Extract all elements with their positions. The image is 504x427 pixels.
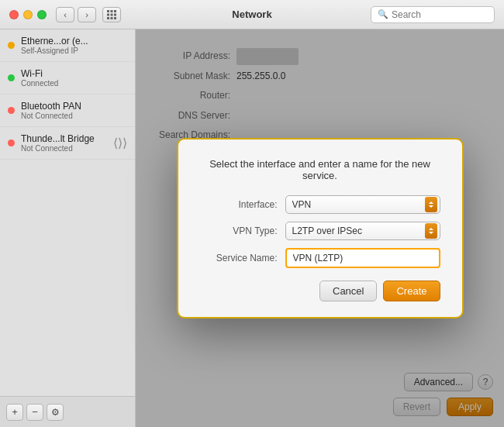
- sidebar-item-name-wifi: Wi-Fi: [21, 68, 58, 79]
- modal-buttons: Cancel Create: [200, 281, 440, 301]
- svg-rect-6: [107, 17, 109, 19]
- remove-service-button[interactable]: −: [26, 404, 43, 421]
- sidebar-item-name-bluetooth: Bluetooth PAN: [21, 101, 81, 112]
- modal-dialog: Select the interface and enter a name fo…: [177, 138, 464, 319]
- settings-button[interactable]: ⚙: [47, 404, 64, 421]
- status-dot-ethernet: [8, 42, 15, 49]
- search-icon: 🔍: [378, 9, 388, 19]
- status-dot-thunderbolt: [8, 139, 15, 146]
- interface-select[interactable]: VPN Ethernet Wi-Fi Bluetooth PAN: [285, 195, 440, 214]
- svg-rect-4: [111, 13, 113, 15]
- cancel-button[interactable]: Cancel: [319, 281, 377, 301]
- add-service-button[interactable]: +: [6, 404, 23, 421]
- sidebar-bottom: + − ⚙: [0, 396, 135, 427]
- sidebar-item-name-thunderbolt: Thunde...lt Bridge: [21, 133, 95, 144]
- sidebar-list: Etherne...or (e... Self-Assigned IP Wi-F…: [0, 29, 135, 396]
- maximize-button[interactable]: [37, 10, 47, 19]
- svg-rect-3: [107, 13, 109, 15]
- interface-label: Interface:: [200, 199, 285, 210]
- modal-title: Select the interface and enter a name fo…: [200, 158, 440, 181]
- service-name-input[interactable]: [285, 248, 440, 268]
- traffic-lights: [9, 10, 47, 19]
- vpn-type-row: VPN Type: L2TP over IPSec PPTP IKEv2 Cis…: [200, 222, 440, 240]
- grid-button[interactable]: [102, 7, 121, 22]
- gear-icon: ⚙: [51, 407, 60, 418]
- sidebar: Etherne...or (e... Self-Assigned IP Wi-F…: [0, 29, 136, 427]
- sidebar-item-wifi[interactable]: Wi-Fi Connected: [0, 62, 135, 95]
- sidebar-item-text-thunderbolt: Thunde...lt Bridge Not Connected: [21, 133, 95, 153]
- sidebar-item-text-wifi: Wi-Fi Connected: [21, 68, 58, 88]
- status-dot-bluetooth: [8, 107, 15, 114]
- sidebar-item-thunderbolt[interactable]: Thunde...lt Bridge Not Connected ⟨⟩⟩: [0, 127, 135, 160]
- grid-icon: [107, 10, 116, 19]
- thunderbolt-arrows-icon: ⟨⟩⟩: [113, 136, 127, 150]
- svg-rect-5: [114, 13, 116, 15]
- modal-form: Interface: VPN Ethernet Wi-Fi Bluetooth …: [200, 195, 440, 268]
- svg-rect-0: [107, 10, 109, 12]
- search-input[interactable]: [392, 9, 488, 20]
- svg-rect-7: [111, 17, 113, 19]
- nav-buttons: ‹ ›: [56, 7, 96, 22]
- back-button[interactable]: ‹: [56, 7, 74, 22]
- svg-rect-8: [114, 17, 116, 19]
- sidebar-item-status-wifi: Connected: [21, 79, 58, 88]
- close-button[interactable]: [9, 10, 19, 19]
- sidebar-item-status-thunderbolt: Not Connected: [21, 144, 95, 153]
- vpn-type-select-wrapper: L2TP over IPSec PPTP IKEv2 Cisco IPSec: [285, 222, 440, 240]
- svg-rect-2: [114, 10, 116, 12]
- service-name-label: Service Name:: [200, 253, 285, 263]
- service-name-row: Service Name:: [200, 248, 440, 268]
- status-dot-wifi: [8, 74, 15, 81]
- sidebar-item-status-bluetooth: Not Connected: [21, 112, 81, 120]
- create-button[interactable]: Create: [383, 281, 440, 301]
- vpn-type-select[interactable]: L2TP over IPSec PPTP IKEv2 Cisco IPSec: [285, 222, 440, 240]
- sidebar-item-text-ethernet: Etherne...or (e... Self-Assigned IP: [21, 36, 88, 55]
- sidebar-item-status-ethernet: Self-Assigned IP: [21, 46, 88, 55]
- interface-row: Interface: VPN Ethernet Wi-Fi Bluetooth …: [200, 195, 440, 214]
- titlebar: ‹ › Network 🔍: [0, 0, 504, 29]
- sidebar-item-ethernet[interactable]: Etherne...or (e... Self-Assigned IP: [0, 29, 135, 62]
- main-content: Etherne...or (e... Self-Assigned IP Wi-F…: [0, 29, 504, 427]
- search-bar[interactable]: 🔍: [371, 6, 495, 23]
- modal-overlay: Select the interface and enter a name fo…: [136, 29, 504, 427]
- forward-button[interactable]: ›: [78, 7, 96, 22]
- sidebar-item-bluetooth[interactable]: Bluetooth PAN Not Connected: [0, 95, 135, 127]
- window-title: Network: [232, 9, 271, 20]
- svg-rect-1: [111, 10, 113, 12]
- vpn-type-label: VPN Type:: [200, 226, 285, 236]
- sidebar-item-text-bluetooth: Bluetooth PAN Not Connected: [21, 101, 81, 120]
- right-panel: IP Address: Subnet Mask: 255.255.0.0 Rou…: [136, 29, 504, 427]
- interface-select-wrapper: VPN Ethernet Wi-Fi Bluetooth PAN: [285, 195, 440, 214]
- minimize-button[interactable]: [23, 10, 33, 19]
- sidebar-item-name-ethernet: Etherne...or (e...: [21, 36, 88, 46]
